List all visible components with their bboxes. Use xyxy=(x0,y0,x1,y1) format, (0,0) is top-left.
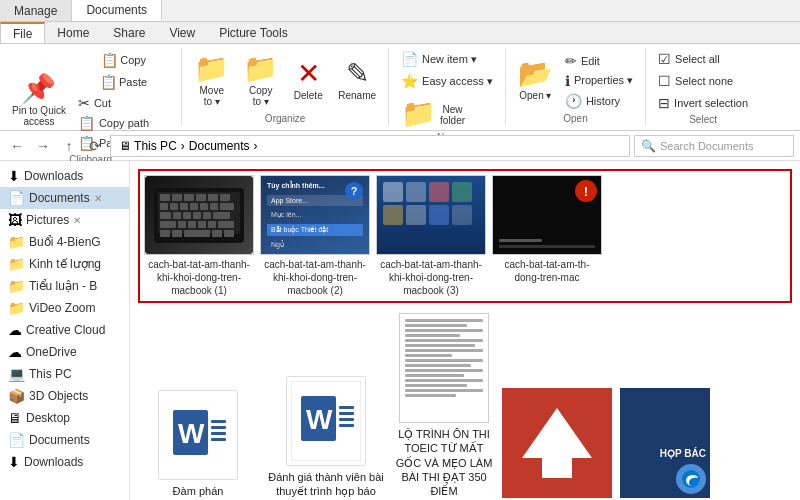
tab-documents[interactable]: Documents xyxy=(72,0,162,21)
image-name-4: cach-bat-tat-am-th-dong-tren-mac xyxy=(492,258,602,284)
docs-icon: 📄 xyxy=(8,432,25,448)
word-name-1: Đàm phán xyxy=(173,484,224,498)
ribbon-tab-file[interactable]: File xyxy=(0,22,45,43)
folder-icon-3: 📁 xyxy=(8,278,25,294)
cut-icon: ✂ xyxy=(78,95,90,111)
select-label: Select xyxy=(689,112,717,125)
close-icon-2[interactable]: ✕ xyxy=(73,215,81,226)
back-button[interactable]: ← xyxy=(6,135,28,157)
svg-rect-28 xyxy=(172,230,182,237)
refresh-button[interactable]: ⟳ xyxy=(84,135,106,157)
path-documents[interactable]: Documents xyxy=(189,139,250,153)
sidebar-item-creative[interactable]: ☁ Creative Cloud xyxy=(0,319,129,341)
sidebar-item-thispc[interactable]: 💻 This PC xyxy=(0,363,129,385)
svg-rect-30 xyxy=(212,230,222,237)
address-path[interactable]: 🖥 This PC › Documents › xyxy=(110,135,630,157)
new-folder-button[interactable]: 📁 Newfolder xyxy=(397,98,469,130)
path-root[interactable]: 🖥 This PC xyxy=(119,139,177,153)
ribbon-tab-view[interactable]: View xyxy=(157,22,207,43)
delete-button[interactable]: ✕ Delete xyxy=(288,58,328,103)
sidebar-item-label: Tiểu luận - B xyxy=(29,279,97,293)
svg-marker-47 xyxy=(522,408,592,478)
tab-manage[interactable]: Manage xyxy=(0,0,72,21)
pin-icon: 📌 xyxy=(21,75,56,103)
image-item-3[interactable]: cach-bat-tat-am-thanh-khi-khoi-dong-tren… xyxy=(376,175,486,297)
open-button[interactable]: 📂 Open ▾ xyxy=(514,58,557,103)
image-name-1: cach-bat-tat-am-thanh-khi-khoi-dong-tren… xyxy=(144,258,254,297)
up-button[interactable]: ↑ xyxy=(58,135,80,157)
word-svg-2: W xyxy=(291,381,361,461)
image-item-4[interactable]: ! cach-bat-tat-am-th-dong-tren-mac xyxy=(492,175,602,297)
sidebar-item-downloads[interactable]: ⬇ Downloads xyxy=(0,165,129,187)
sidebar-item-docs2[interactable]: 📄 Documents xyxy=(0,429,129,451)
sidebar-item-3dobjects[interactable]: 📦 3D Objects xyxy=(0,385,129,407)
thispc-icon: 💻 xyxy=(8,366,25,382)
ribbon-tab-share[interactable]: Share xyxy=(101,22,157,43)
word-doc-1[interactable]: W Đàm phán xyxy=(138,390,258,498)
image-item-2[interactable]: Tùy chỉnh thêm... App Store... Mục lên..… xyxy=(260,175,370,297)
history-button[interactable]: 🕐 History xyxy=(561,92,637,110)
svg-rect-44 xyxy=(339,412,354,415)
documents-icon: 📄 xyxy=(8,190,25,206)
dark-image: ! xyxy=(493,176,601,254)
image-thumb-2: Tùy chỉnh thêm... App Store... Mục lên..… xyxy=(260,175,370,255)
invert-selection-button[interactable]: ⊟ Invert selection xyxy=(654,94,752,112)
copy-path-button[interactable]: 📋 Copy path xyxy=(74,114,173,132)
sidebar-item-onedrive[interactable]: ☁ OneDrive xyxy=(0,341,129,363)
ribbon-group-organize: 📁 Moveto ▾ 📁 Copyto ▾ ✕ Delete ✎ Rename … xyxy=(182,48,389,126)
svg-rect-20 xyxy=(213,212,230,219)
svg-rect-27 xyxy=(160,230,170,237)
sidebar-item-video[interactable]: 📁 ViDeo Zoom xyxy=(0,297,129,319)
ribbon-tab-home[interactable]: Home xyxy=(45,22,101,43)
select-none-button[interactable]: ☐ Select none xyxy=(654,72,737,90)
cut-button[interactable]: ✂ Cut xyxy=(74,94,173,112)
delete-icon: ✕ xyxy=(297,60,320,88)
open-buttons: 📂 Open ▾ ✏ Edit ℹ Properties ▾ 🕐 History xyxy=(514,50,637,111)
open-label: Open xyxy=(563,111,587,124)
search-box[interactable]: 🔍 Search Documents xyxy=(634,135,794,157)
search-icon: 🔍 xyxy=(641,139,656,153)
sidebar-item-tieuluan[interactable]: 📁 Tiểu luận - B xyxy=(0,275,129,297)
properties-button[interactable]: ℹ Properties ▾ xyxy=(561,72,637,90)
new-folder-icon: 📁 xyxy=(401,100,436,128)
copy-to-button[interactable]: 📁 Copyto ▾ xyxy=(239,53,282,109)
sidebar-item-documents[interactable]: 📄 Documents ✕ xyxy=(0,187,129,209)
rename-button[interactable]: ✎ Rename xyxy=(334,58,380,103)
paste-button[interactable]: 📋 Paste xyxy=(74,72,173,92)
desktop-image xyxy=(377,176,485,254)
easy-access-button[interactable]: ⭐ Easy access ▾ xyxy=(397,72,497,90)
sidebar-item-desktop[interactable]: 🖥 Desktop xyxy=(0,407,129,429)
move-to-button[interactable]: 📁 Moveto ▾ xyxy=(190,53,233,109)
hop-bac-label: HỌP BÁC xyxy=(660,447,706,460)
pin-button[interactable]: 📌 Pin to Quickaccess xyxy=(8,73,70,129)
select-all-button[interactable]: ☑ Select all xyxy=(654,50,724,68)
pdf-doc[interactable]: LỘ TRÌNH ÔN THI TOEIC TỪ MẤT GỐC VÀ MẸO … xyxy=(394,313,494,498)
sidebar-item-label: Kinh tế lượng xyxy=(29,257,101,271)
forward-button[interactable]: → xyxy=(32,135,54,157)
ribbon-tab-picture-tools[interactable]: Picture Tools xyxy=(207,22,299,43)
sidebar-item-dl2[interactable]: ⬇ Downloads xyxy=(0,451,129,473)
paste-icon: 📋 xyxy=(100,74,117,90)
sidebar-item-label: Downloads xyxy=(24,455,83,469)
copy-button[interactable]: 📋 Copy xyxy=(74,50,173,70)
sidebar-item-pictures[interactable]: 🖼 Pictures ✕ xyxy=(0,209,129,231)
keyboard-image xyxy=(145,176,253,254)
sidebar-item-kinhte[interactable]: 📁 Kinh tế lượng xyxy=(0,253,129,275)
word-doc-2[interactable]: W Đánh giá thành viên bài thuyết trình h… xyxy=(266,376,386,499)
image-thumb-4: ! xyxy=(492,175,602,255)
ribbon-group-select: ☑ Select all ☐ Select none ⊟ Invert sele… xyxy=(646,48,760,126)
folder-icon-2: 📁 xyxy=(8,256,25,272)
new-item-button[interactable]: 📄 New item ▾ xyxy=(397,50,481,68)
properties-icon: ℹ xyxy=(565,73,570,89)
edit-button[interactable]: ✏ Edit xyxy=(561,52,637,70)
sidebar-item-label: Pictures xyxy=(26,213,69,227)
image-item-1[interactable]: cach-bat-tat-am-thanh-khi-khoi-dong-tren… xyxy=(144,175,254,297)
word-icon-1: W xyxy=(158,390,238,480)
hop-bac-box: HỌP BÁC xyxy=(620,388,710,498)
word-icon-2: W xyxy=(286,376,366,466)
svg-rect-2 xyxy=(160,194,170,201)
bottom-row: W Đàm phán W xyxy=(138,313,792,498)
close-icon[interactable]: ✕ xyxy=(94,193,102,204)
sidebar-item-buoi4[interactable]: 📁 Buổi 4-BienG xyxy=(0,231,129,253)
svg-rect-22 xyxy=(178,221,186,228)
